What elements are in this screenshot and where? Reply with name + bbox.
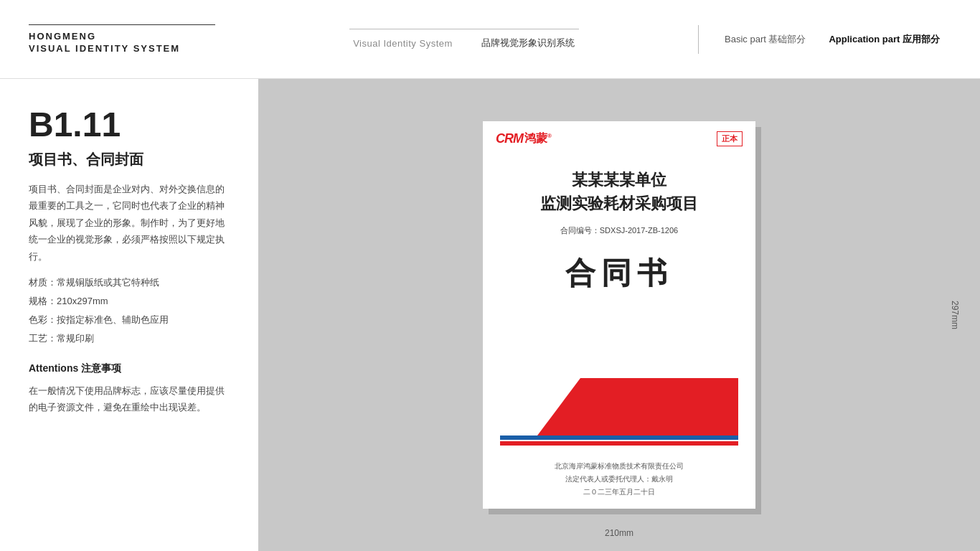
- spec-item-material: 材质：常规铜版纸或其它特种纸: [29, 273, 230, 292]
- doc-main-title: 合同书: [565, 253, 673, 293]
- section-desc: 项目书、合同封面是企业对内、对外交换信息的最重要的工具之一，它同时也代表了企业的…: [29, 181, 230, 265]
- doc-company: 北京海岸鸿蒙标准物质技术有限责任公司: [500, 460, 738, 473]
- logo-text-main: HONGMENG: [29, 31, 258, 43]
- header: HONGMENG VISUAL IDENTITY SYSTEM Visual I…: [0, 0, 980, 79]
- logo-line: [29, 24, 215, 25]
- spec-list: 材质：常规铜版纸或其它特种纸 规格：210x297mm 色彩：按指定标准色、辅助…: [29, 273, 230, 348]
- doc-logo: CRM 鸿蒙®: [496, 131, 552, 146]
- right-panel: CRM 鸿蒙® 正本 某某某某单位 监测实验耗材采购项目 合同编号：SDXSJ-…: [258, 79, 980, 551]
- doc-info: 北京海岸鸿蒙标准物质技术有限责任公司 法定代表人或委托代理人：戴永明 二０二三年…: [483, 451, 755, 509]
- header-nav: Basic part 基础部分 Application part 应用部分: [698, 25, 951, 54]
- spec-item-color: 色彩：按指定标准色、辅助色应用: [29, 311, 230, 329]
- vis-label-en: Visual Identity System: [353, 38, 453, 49]
- section-code: B1.11: [29, 105, 230, 144]
- header-center: Visual Identity System 品牌视觉形象识别系统: [258, 29, 669, 50]
- doc-contract-no: 合同编号：SDXSJ-2017-ZB-1206: [560, 225, 678, 236]
- header-center-labels: Visual Identity System 品牌视觉形象识别系统: [353, 37, 575, 50]
- doc-date: 二０二三年五月二十日: [500, 486, 738, 499]
- logo-text-sub: VISUAL IDENTITY SYSTEM: [29, 43, 258, 54]
- doc-red-shape: [537, 378, 738, 435]
- nav-basic[interactable]: Basic part 基础部分: [713, 33, 817, 46]
- doc-footer-graphic: [500, 365, 738, 451]
- spec-item-size: 规格：210x297mm: [29, 292, 230, 311]
- doc-title-line1: 某某某某单位: [540, 168, 698, 192]
- vis-label-cn: 品牌视觉形象识别系统: [481, 37, 575, 50]
- doc-title-line2: 监测实验耗材采购项目: [540, 192, 698, 215]
- dim-height-label: 297mm: [950, 301, 960, 329]
- doc-agent: 法定代表人或委托代理人：戴永明: [500, 473, 738, 486]
- nav-application[interactable]: Application part 应用部分: [817, 33, 951, 46]
- attentions-desc: 在一般情况下使用品牌标志，应该尽量使用提供的电子资源文件，避免在重绘中出现误差。: [29, 382, 230, 416]
- doc-logo-cn: 鸿蒙®: [524, 131, 552, 146]
- left-panel: B1.11 项目书、合同封面 项目书、合同封面是企业对内、对外交换信息的最重要的…: [0, 79, 258, 551]
- doc-logo-crm: CRM: [496, 131, 523, 146]
- doc-header: CRM 鸿蒙® 正本: [483, 121, 755, 154]
- doc-page: CRM 鸿蒙® 正本 某某某某单位 监测实验耗材采购项目 合同编号：SDXSJ-…: [483, 121, 755, 509]
- doc-blue-bar: [500, 435, 738, 440]
- spec-item-craft: 工艺：常规印刷: [29, 329, 230, 348]
- doc-red-bar: [500, 441, 738, 446]
- doc-wrapper: CRM 鸿蒙® 正本 某某某某单位 监测实验耗材采购项目 合同编号：SDXSJ-…: [483, 121, 755, 509]
- main-content: B1.11 项目书、合同封面 项目书、合同封面是企业对内、对外交换信息的最重要的…: [0, 79, 980, 551]
- doc-title: 某某某某单位 监测实验耗材采购项目: [540, 168, 698, 215]
- doc-stamp: 正本: [717, 131, 743, 146]
- nav-divider: [698, 25, 699, 54]
- dim-width-label: 210mm: [605, 528, 633, 538]
- section-title: 项目书、合同封面: [29, 150, 230, 169]
- logo-area: HONGMENG VISUAL IDENTITY SYSTEM: [29, 24, 258, 54]
- doc-body: 某某某某单位 监测实验耗材采购项目 合同编号：SDXSJ-2017-ZB-120…: [483, 154, 755, 451]
- attentions-title: Attentions 注意事项: [29, 362, 230, 375]
- header-center-divider: [349, 29, 579, 29]
